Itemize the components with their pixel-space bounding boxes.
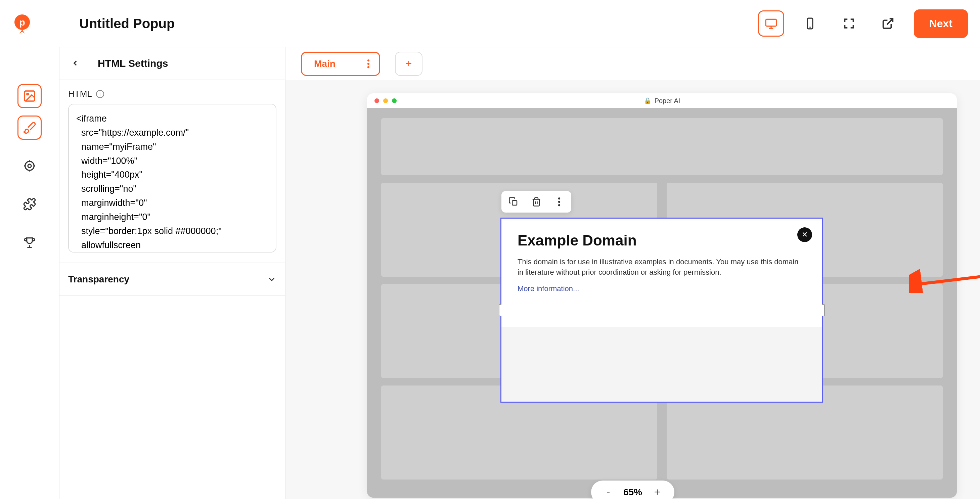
svg-point-11 xyxy=(28,164,31,168)
trophy-icon xyxy=(23,236,36,249)
chevron-down-icon xyxy=(267,275,277,284)
sidebar-style-button[interactable] xyxy=(18,116,41,140)
fullscreen-button[interactable] xyxy=(836,10,862,37)
sidebar-image-button[interactable] xyxy=(18,84,41,108)
popup-content-frame: ✕ Example Domain This domain is for use … xyxy=(501,219,822,327)
chevron-left-icon xyxy=(71,59,80,67)
svg-point-16 xyxy=(368,59,369,61)
next-button[interactable]: Next xyxy=(914,10,968,38)
external-link-icon xyxy=(881,17,894,30)
popup-element[interactable]: ✕ Example Domain This domain is for use … xyxy=(500,218,823,403)
copy-button[interactable] xyxy=(506,194,521,209)
main-tab[interactable]: Main xyxy=(301,52,380,76)
svg-text:p: p xyxy=(19,17,25,27)
vertical-dots-icon xyxy=(367,59,370,69)
browser-preview: 🔒 Poper AI xyxy=(367,93,957,497)
window-controls xyxy=(374,99,397,103)
svg-point-23 xyxy=(558,201,560,203)
vertical-dots-icon xyxy=(558,197,560,207)
html-field-label: HTML xyxy=(68,89,92,99)
open-external-button[interactable] xyxy=(875,10,901,37)
zoom-controls: - 65% + xyxy=(591,480,675,499)
zoom-value: 65% xyxy=(623,487,642,497)
fullscreen-icon xyxy=(843,17,855,30)
image-icon xyxy=(23,89,36,103)
svg-point-10 xyxy=(25,162,34,171)
transparency-row[interactable]: Transparency xyxy=(59,263,285,296)
info-icon[interactable]: i xyxy=(96,90,104,98)
svg-point-17 xyxy=(368,62,369,65)
svg-rect-2 xyxy=(766,19,776,26)
settings-panel: HTML Settings HTML i Transparency xyxy=(59,47,285,499)
tab-menu-button[interactable] xyxy=(367,59,370,69)
trash-icon xyxy=(531,197,541,207)
brush-icon xyxy=(23,121,36,134)
svg-point-18 xyxy=(368,66,369,68)
popup-heading: Example Domain xyxy=(517,232,806,249)
sidebar-integrations-button[interactable] xyxy=(18,192,41,216)
popup-close-button[interactable]: ✕ xyxy=(797,227,812,242)
puzzle-icon xyxy=(23,197,36,211)
mobile-icon xyxy=(804,17,816,30)
tab-label: Main xyxy=(314,59,336,69)
mobile-viewport-button[interactable] xyxy=(797,10,823,37)
url-text: Poper AI xyxy=(655,97,681,105)
editor-sidebar xyxy=(0,47,59,499)
copy-icon xyxy=(509,197,519,207)
app-header: p Untitled Popup xyxy=(0,0,980,47)
svg-line-7 xyxy=(887,19,892,24)
target-icon xyxy=(23,159,36,173)
desktop-viewport-button[interactable] xyxy=(758,10,784,37)
panel-title: HTML Settings xyxy=(98,58,168,69)
lock-icon: 🔒 xyxy=(644,97,651,105)
zoom-in-button[interactable]: + xyxy=(652,486,662,498)
svg-rect-19 xyxy=(512,200,517,205)
transparency-label: Transparency xyxy=(68,274,129,285)
back-button[interactable] xyxy=(68,56,82,71)
popup-link[interactable]: More information... xyxy=(517,284,579,293)
popup-text: This domain is for use in illustrative e… xyxy=(517,257,806,278)
svg-point-22 xyxy=(558,197,560,199)
delete-button[interactable] xyxy=(529,194,544,209)
page-title[interactable]: Untitled Popup xyxy=(79,16,175,31)
zoom-out-button[interactable]: - xyxy=(603,486,613,498)
svg-point-9 xyxy=(27,93,29,95)
add-tab-button[interactable]: + xyxy=(395,52,423,76)
svg-point-24 xyxy=(558,204,560,206)
poper-logo[interactable]: p xyxy=(12,13,32,33)
selection-toolbar xyxy=(501,191,571,213)
canvas-area: Main + xyxy=(285,47,980,499)
browser-url: 🔒 Poper AI xyxy=(644,97,681,105)
desktop-icon xyxy=(765,17,778,30)
sidebar-target-button[interactable] xyxy=(18,154,41,178)
more-button[interactable] xyxy=(552,194,566,209)
html-textarea[interactable] xyxy=(68,104,277,253)
sidebar-goals-button[interactable] xyxy=(18,230,41,254)
